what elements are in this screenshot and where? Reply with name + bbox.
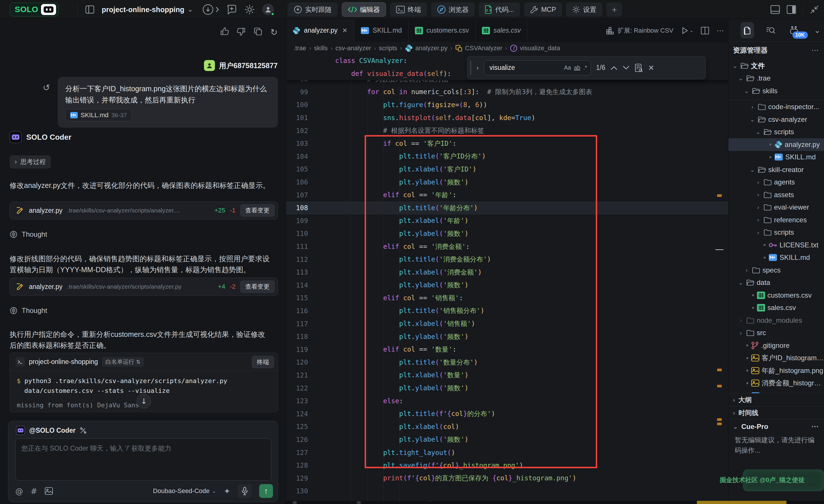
editor-tab-analyzer.py[interactable]: analyzer.py✕ (286, 19, 354, 42)
line-number[interactable]: 103 (286, 140, 318, 147)
attach-image-icon[interactable] (45, 487, 53, 495)
code-line-114[interactable]: 114 plt.ylabel('频数') (286, 279, 728, 292)
line-number[interactable]: 115 (286, 294, 318, 302)
search-icon[interactable] (764, 22, 778, 38)
breadcrumb-item-CSVAnalyzer[interactable]: CSVAnalyzer (455, 44, 502, 52)
line-number[interactable]: 126 (286, 436, 318, 444)
breadcrumb-item-analyzer.py[interactable]: analyzer.py (405, 44, 447, 52)
line-number[interactable]: 124 (286, 410, 318, 418)
nav-tab-实时跟随[interactable]: 实时跟随 (288, 2, 338, 17)
code-line-117[interactable]: 117 plt.xlabel('销售额') (286, 317, 728, 330)
collapse-window-icon[interactable] (810, 5, 819, 14)
nav-tab-设置[interactable]: 设置 (566, 2, 602, 17)
tree-item-客户ID_histogram.png[interactable]: 客户ID_histogram.png (728, 352, 824, 365)
code-line-128[interactable]: 128 plt.savefig(f'{col}_histogram.png') (286, 459, 728, 472)
breadcrumb-item-skills[interactable]: skills (314, 44, 328, 52)
solo-logo[interactable]: SOLO (10, 3, 59, 16)
restore-checkpoint-icon[interactable]: ↺ (43, 83, 50, 93)
mention-icon[interactable]: @ (15, 487, 23, 496)
thumbs-down-icon[interactable] (237, 27, 245, 37)
tree-item-.trae[interactable]: ⌄.trae (728, 72, 824, 85)
chat-input-field[interactable] (16, 439, 271, 480)
line-number[interactable]: 129 (286, 475, 318, 482)
more-actions-icon[interactable]: ⋯ (811, 46, 819, 55)
line-number[interactable]: 110 (286, 230, 318, 237)
overview-ruler[interactable] (714, 54, 728, 504)
sidebar-toggle-icon[interactable] (86, 5, 94, 14)
mention-label[interactable]: @SOLO Coder (29, 427, 75, 434)
tree-item-src[interactable]: ›src (728, 327, 824, 340)
tree-item-SKILL.md[interactable]: SKILL.md (728, 151, 824, 164)
open-terminal-button[interactable]: 终端 (252, 356, 274, 368)
code-line-125[interactable]: 125 plt.xlabel(col) (286, 420, 728, 433)
tree-item-scripts[interactable]: ›scripts (728, 226, 824, 239)
previous-match-icon[interactable] (611, 66, 617, 70)
copy-icon[interactable] (254, 27, 262, 37)
tree-item-eval-viewer[interactable]: ›eval-viewer (728, 201, 824, 214)
code-line-102[interactable]: 102 # 根据列名设置不同的标题和标签 (286, 124, 728, 137)
tree-item-年龄_histogram.png[interactable]: 年龄_histogram.png (728, 364, 824, 377)
tree-item-references[interactable]: ›references (728, 214, 824, 226)
code-line-130[interactable]: 130 (286, 485, 728, 498)
next-match-icon[interactable] (623, 66, 630, 70)
new-chat-icon[interactable] (226, 4, 237, 15)
tree-item-sales.csv[interactable]: sales.csv (728, 302, 824, 314)
nav-tab-浏览器[interactable]: 浏览器 (431, 2, 475, 17)
breadcrumb-item-csv-analyzer[interactable]: csv-analyzer (335, 44, 371, 52)
attachment-chip[interactable]: SKILL.md 36-37 (65, 109, 132, 121)
line-number[interactable]: 109 (286, 217, 318, 225)
tree-item-csv-analyzer[interactable]: ⌄csv-analyzer (728, 113, 824, 126)
thinking-process-toggle[interactable]: › 思考过程 (10, 155, 51, 168)
line-number[interactable]: 122 (286, 384, 318, 392)
nav-tab-代码...[interactable]: 代码... (479, 2, 520, 17)
line-number[interactable]: 130 (286, 487, 318, 495)
changed-file-name[interactable]: analyzer.py (29, 207, 63, 215)
code-line-115[interactable]: 115 elif col == '销售额': (286, 291, 728, 304)
tree-item-analyzer.py[interactable]: analyzer.py (728, 138, 824, 151)
tree-item-skills[interactable]: ⌄skills (728, 85, 824, 97)
code-line-119[interactable]: 119 elif col == '数量': (286, 343, 728, 356)
line-number[interactable]: 113 (286, 268, 318, 276)
line-number[interactable]: 120 (286, 359, 318, 366)
line-number[interactable]: 105 (286, 165, 318, 173)
code-line-106[interactable]: 106 plt.ylabel('频数') (286, 176, 728, 189)
outline-section[interactable]: › 大纲 (728, 393, 824, 406)
tree-item-文件[interactable]: ⌄文件 (728, 59, 824, 72)
whitelist-run-badge[interactable]: 白名单运行 ⇅ (102, 357, 144, 367)
gear-icon[interactable] (244, 4, 255, 15)
line-number[interactable]: 121 (286, 372, 318, 379)
panel-bottom-icon[interactable] (770, 5, 780, 14)
extension-recommendation[interactable]: 扩展: Rainbow CSV (606, 26, 673, 35)
thumbs-up-icon[interactable] (220, 27, 229, 37)
tree-item-code-inspector...[interactable]: ›code-inspector... (728, 101, 824, 113)
cue-pro-section[interactable]: ⌄ Cue-Pro ⋯ (728, 419, 824, 433)
new-tab-button[interactable]: ＋ (606, 2, 622, 17)
user-avatar[interactable] (262, 4, 274, 15)
code-line-107[interactable]: 107 elif col == '年龄': (286, 188, 728, 202)
regex-toggle[interactable]: .* (583, 65, 587, 71)
code-line-112[interactable]: 112 plt.title('消费金额分布') (286, 253, 728, 266)
code-line-105[interactable]: 105 plt.xlabel('客户ID') (286, 163, 728, 176)
view-changes-button[interactable]: 查看变更 (240, 280, 275, 293)
code-line-109[interactable]: 109 plt.xlabel('年龄') (286, 215, 728, 228)
editor-tab-sales.csv[interactable]: sales.csv (476, 19, 528, 42)
code-line-101[interactable]: 101 sns.histplot(self.data[col], kde=Tru… (286, 111, 728, 124)
line-number[interactable]: 117 (286, 320, 318, 328)
find-in-selection-icon[interactable] (635, 64, 643, 72)
code-line-127[interactable]: 127 plt.tight_layout() (286, 446, 728, 459)
chevron-down-icon[interactable]: ⌄ (810, 22, 824, 38)
code-line-111[interactable]: 111 elif col == '消费金额': (286, 240, 728, 253)
code-line-126[interactable]: 126 plt.ylabel('频数') (286, 433, 728, 446)
line-number[interactable]: 101 (286, 114, 318, 122)
code-line-113[interactable]: 113 plt.xlabel('消费金额') (286, 266, 728, 279)
tree-item-data[interactable]: ⌄data (728, 276, 824, 289)
enhance-sparkle-icon[interactable]: ✦ (224, 487, 230, 496)
line-number[interactable]: 111 (286, 243, 318, 250)
tree-item-node_modules[interactable]: ›node_modules (728, 314, 824, 327)
scroll-down-button[interactable]: ↓ (137, 394, 151, 408)
line-number[interactable]: 123 (286, 397, 318, 405)
close-tab-icon[interactable]: ✕ (342, 27, 347, 34)
tree-item-specs[interactable]: ›specs (728, 264, 824, 276)
mic-button[interactable] (238, 484, 252, 498)
match-case-toggle[interactable]: Aa (564, 65, 571, 71)
